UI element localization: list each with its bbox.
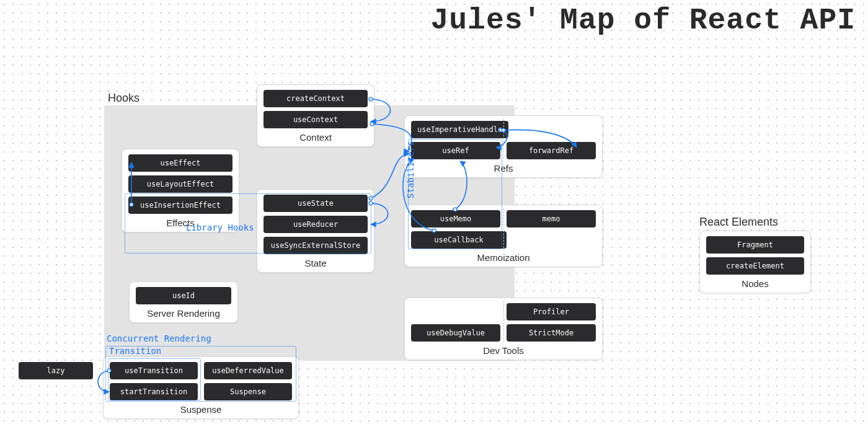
pill-useContext: useContext <box>264 111 368 128</box>
pill-Profiler: Profiler <box>507 303 596 320</box>
pill-Fragment: Fragment <box>706 236 804 254</box>
label-stabilizers: Stabilizers <box>405 141 415 198</box>
group-nodes: Fragment createElement Nodes <box>699 231 811 293</box>
caption-memoization: Memoization <box>411 252 596 263</box>
label-concurrent-rendering: Concurrent Rendering <box>107 333 211 343</box>
pill-createElement: createElement <box>706 257 804 275</box>
pill-useImperativeHandle: useImperativeHandle <box>411 121 508 138</box>
pill-useReducer: useReducer <box>264 216 368 233</box>
caption-nodes: Nodes <box>706 278 804 289</box>
pill-useMemo: useMemo <box>411 210 500 227</box>
caption-context: Context <box>264 132 368 143</box>
pill-useCallback: useCallback <box>411 231 507 249</box>
group-suspense: useTransition useDeferredValue startTran… <box>103 356 299 419</box>
pill-createContext: createContext <box>264 90 368 107</box>
caption-dev-tools: Dev Tools <box>411 345 596 356</box>
separator-memo <box>503 208 504 248</box>
page-title: Jules' Map of React API <box>430 4 856 37</box>
pill-lazy: lazy <box>19 362 93 379</box>
hooks-label: Hooks <box>108 92 140 105</box>
caption-server-rendering: Server Rendering <box>136 308 231 319</box>
pill-memo: memo <box>507 210 596 227</box>
group-effects: useEffect useLayoutEffect useInsertionEf… <box>122 149 239 232</box>
pill-forwardRef: forwardRef <box>507 142 596 159</box>
pill-useState: useState <box>264 195 368 212</box>
group-state: useState useReducer useSyncExternalStore… <box>257 189 374 273</box>
caption-refs: Refs <box>411 163 596 174</box>
group-server-rendering: useId Server Rendering <box>129 281 238 323</box>
pill-Suspense: Suspense <box>204 383 292 400</box>
pill-startTransition: startTransition <box>110 383 198 400</box>
group-context: createContext useContext Context <box>257 84 374 147</box>
pill-useLayoutEffect: useLayoutEffect <box>128 175 232 193</box>
pill-useDeferredValue: useDeferredValue <box>204 362 292 379</box>
pill-useTransition: useTransition <box>110 362 198 379</box>
caption-state: State <box>264 258 368 268</box>
pill-useId: useId <box>136 287 231 304</box>
pill-useRef: useRef <box>411 142 500 159</box>
label-library-hooks: Library Hooks <box>186 223 254 232</box>
label-transition: Transition <box>109 346 161 356</box>
separator-devtools <box>503 301 504 342</box>
react-elements-label: React Elements <box>699 216 778 229</box>
separator-refs <box>503 119 504 159</box>
pill-StrictMode: StrictMode <box>507 324 596 342</box>
caption-suspense: Suspense <box>110 404 292 415</box>
pill-useInsertionEffect: useInsertionEffect <box>128 197 232 214</box>
pill-useSyncExternalStore: useSyncExternalStore <box>264 237 368 254</box>
pill-useEffect: useEffect <box>128 154 232 172</box>
pill-useDebugValue: useDebugValue <box>411 324 500 342</box>
